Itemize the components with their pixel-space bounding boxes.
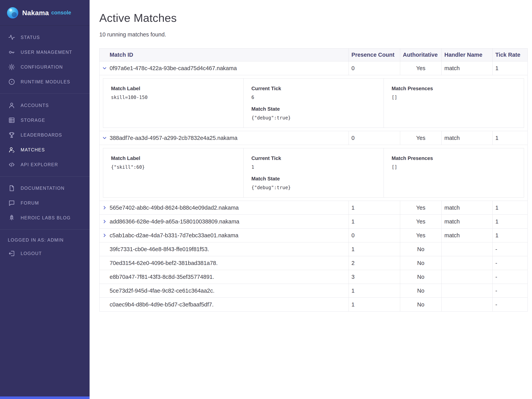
sidebar-item-api-explorer[interactable]: API EXPLORER [0, 157, 89, 172]
gear-icon [8, 63, 16, 71]
sidebar-item-forum[interactable]: FORUM [0, 196, 89, 210]
match-id-cell: 39fc7331-cb0e-46e8-8f43-ffe019f81f53. [100, 242, 349, 256]
match-id-text: c5ab1abc-d2ae-4da7-b331-7d7ebc33ae01.nak… [110, 232, 238, 239]
sidebar-item-label: API EXPLORER [21, 162, 58, 167]
match-row[interactable]: 565e7402-ab8c-49bd-8624-b88c4e09dad2.nak… [100, 201, 528, 215]
match-row[interactable]: 5ce73d2f-945d-4fae-9c82-ce61c364aa2c. 1 … [100, 284, 528, 298]
match-id-text: 0f97a6e1-478c-422a-93be-caad75d4c467.nak… [110, 65, 237, 71]
handler-name-cell [442, 270, 493, 284]
logged-in-as-text: LOGGED IN AS: ADMIN [0, 234, 89, 246]
match-id-text: add86366-628e-4de9-a65a-158010038809.nak… [110, 219, 239, 225]
brand-name: Nakama [22, 9, 49, 17]
match-presences-section: Match Presences [] [384, 148, 524, 197]
match-id-cell: add86366-628e-4de9-a65a-158010038809.nak… [100, 215, 349, 229]
nav-group-data: ACCOUNTS STORAGE LEADERBOARDS MATCHES [0, 94, 89, 176]
match-row[interactable]: 39fc7331-cb0e-46e8-8f43-ffe019f81f53. 1 … [100, 242, 528, 256]
matches-table-body: 0f97a6e1-478c-422a-93be-caad75d4c467.nak… [100, 61, 528, 312]
match-label-section: Match Label {"skill":60} [103, 148, 243, 197]
match-presences-heading: Match Presences [392, 155, 516, 161]
match-row[interactable]: c5ab1abc-d2ae-4da7-b331-7d7ebc33ae01.nak… [100, 229, 528, 242]
match-row[interactable]: 70ed3154-62e0-4096-bef2-381bad381a78. 2 … [100, 256, 528, 270]
match-id-cell: 70ed3154-62e0-4096-bef2-381bad381a78. [100, 256, 349, 270]
col-header-authoritative: Authoritative [400, 49, 442, 61]
sidebar-item-storage[interactable]: STORAGE [0, 113, 89, 128]
nav-group-links: DOCUMENTATION FORUM HEROIC LABS BLOG [0, 176, 89, 230]
match-id-text: 5ce73d2f-945d-4fae-9c82-ce61c364aa2c. [110, 288, 215, 294]
trophy-icon [8, 131, 16, 139]
match-state-heading: Match State [251, 106, 376, 112]
chat-icon [8, 199, 16, 207]
sidebar-item-configuration[interactable]: CONFIGURATION [0, 60, 89, 74]
module-icon [8, 78, 16, 86]
handler-name-cell: match [442, 201, 493, 215]
row-expand-chevron-icon[interactable] [102, 233, 107, 238]
match-row[interactable]: c0aec9b4-d8b6-4d9e-b5d7-c3efbaaf5df7. 1 … [100, 298, 528, 312]
nav-group-system: STATUS USER MANAGEMENT CONFIGURATION RUN… [0, 26, 89, 94]
handler-name-cell [442, 256, 493, 270]
sidebar-item-heroic-labs-blog[interactable]: HEROIC LABS BLOG [0, 210, 89, 225]
authoritative-cell: No [400, 242, 442, 256]
page-title: Active Matches [99, 11, 528, 24]
handler-name-cell: match [442, 229, 493, 242]
match-detail-panel: Match Label {"skill":60} Current Tick 1 … [103, 148, 524, 198]
logout-button[interactable]: LOGOUT [0, 246, 89, 261]
match-id-cell: 0f97a6e1-478c-422a-93be-caad75d4c467.nak… [100, 61, 349, 75]
match-detail-panel: Match Label skill=100-150 Current Tick 6… [103, 78, 524, 128]
handler-name-cell [442, 242, 493, 256]
sidebar-item-label: ACCOUNTS [21, 103, 49, 108]
match-presences-heading: Match Presences [392, 85, 516, 91]
current-tick-value: 6 [251, 95, 376, 100]
matches-table-header: Match ID Presence Count Authoritative Ha… [100, 49, 528, 61]
match-row[interactable]: e8b70a47-7f81-43f3-8c8d-35ef35774891. 3 … [100, 270, 528, 284]
match-id-cell: c5ab1abc-d2ae-4da7-b331-7d7ebc33ae01.nak… [100, 229, 349, 242]
sidebar-item-label: RUNTIME MODULES [21, 79, 70, 84]
match-state-heading: Match State [251, 176, 376, 182]
sidebar-item-label: STORAGE [21, 118, 45, 123]
match-label-section: Match Label skill=100-150 [103, 78, 243, 128]
sidebar-item-label: MATCHES [21, 147, 45, 153]
handler-name-cell: match [442, 215, 493, 229]
main-content: Active Matches 10 running matches found.… [89, 0, 532, 399]
match-label-value: skill=100-150 [111, 95, 236, 100]
match-id-text: e8b70a47-7f81-43f3-8c8d-35ef35774891. [110, 274, 214, 280]
sidebar-item-matches[interactable]: MATCHES [0, 142, 89, 157]
authoritative-cell: Yes [400, 131, 442, 145]
presence-count-cell: 2 [348, 256, 400, 270]
sidebar-item-label: STATUS [21, 35, 40, 40]
presence-count-cell: 1 [348, 242, 400, 256]
player-icon [8, 146, 16, 154]
sidebar-item-runtime-modules[interactable]: RUNTIME MODULES [0, 74, 89, 89]
col-header-handler-name: Handler Name [442, 49, 493, 61]
sidebar-item-user-management[interactable]: USER MANAGEMENT [0, 45, 89, 60]
brand[interactable]: Nakama console [0, 0, 89, 26]
tick-rate-cell: 1 [493, 215, 527, 229]
logout-icon [8, 250, 16, 257]
sidebar-item-leaderboards[interactable]: LEADERBOARDS [0, 128, 89, 142]
match-tick-state-section: Current Tick 6 Match State {"debug":true… [243, 78, 384, 128]
match-row[interactable]: 0f97a6e1-478c-422a-93be-caad75d4c467.nak… [100, 61, 528, 75]
current-tick-value: 1 [251, 164, 376, 170]
match-state-value: {"debug":true} [251, 115, 376, 121]
sidebar: Nakama console STATUS USER MANAGEMENT [0, 0, 89, 399]
row-expand-chevron-icon[interactable] [102, 135, 107, 141]
match-id-cell: 388adf7e-aa3d-4957-a299-2cb7832e4a25.nak… [100, 131, 349, 145]
tick-rate-cell: 1 [493, 61, 527, 75]
row-expand-chevron-icon[interactable] [102, 219, 107, 224]
match-detail-row: Match Label skill=100-150 Current Tick 6… [100, 75, 528, 131]
handler-name-cell [442, 298, 493, 312]
sidebar-item-documentation[interactable]: DOCUMENTATION [0, 181, 89, 196]
tick-rate-cell: 1 [493, 229, 527, 242]
row-expand-chevron-icon[interactable] [102, 205, 107, 210]
sidebar-item-label: HEROIC LABS BLOG [21, 215, 71, 220]
presence-count-cell: 3 [348, 270, 400, 284]
match-label-heading: Match Label [111, 85, 236, 91]
sidebar-item-status[interactable]: STATUS [0, 30, 89, 45]
brand-suffix: console [51, 10, 71, 16]
match-row[interactable]: 388adf7e-aa3d-4957-a299-2cb7832e4a25.nak… [100, 131, 528, 145]
match-id-cell: 565e7402-ab8c-49bd-8624-b88c4e09dad2.nak… [100, 201, 349, 215]
sidebar-nav: STATUS USER MANAGEMENT CONFIGURATION RUN… [0, 26, 89, 399]
sidebar-item-accounts[interactable]: ACCOUNTS [0, 98, 89, 113]
current-tick-heading: Current Tick [251, 85, 376, 91]
row-expand-chevron-icon[interactable] [102, 66, 107, 71]
match-row[interactable]: add86366-628e-4de9-a65a-158010038809.nak… [100, 215, 528, 229]
